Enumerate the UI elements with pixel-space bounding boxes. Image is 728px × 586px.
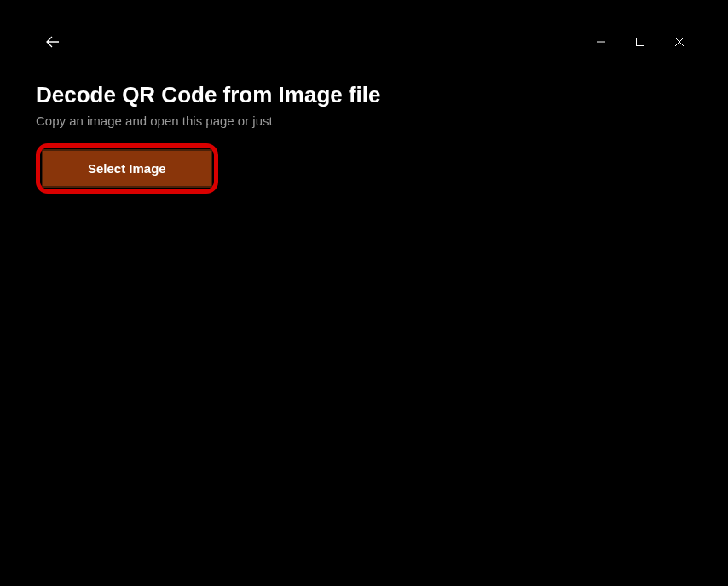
page-title: Decode QR Code from Image file xyxy=(36,82,692,108)
window-controls xyxy=(581,28,699,55)
minimize-button[interactable] xyxy=(581,28,621,55)
app-window: Decode QR Code from Image file Copy an i… xyxy=(26,26,702,563)
highlight-annotation: Select Image xyxy=(36,143,218,194)
close-button[interactable] xyxy=(660,28,699,55)
select-image-button[interactable]: Select Image xyxy=(42,149,212,188)
page-subtitle: Copy an image and open this page or just xyxy=(36,113,692,128)
maximize-icon xyxy=(635,37,645,47)
back-button[interactable] xyxy=(34,26,72,58)
content-area: Decode QR Code from Image file Copy an i… xyxy=(26,58,702,204)
titlebar xyxy=(26,26,702,58)
maximize-button[interactable] xyxy=(621,28,660,55)
back-arrow-icon xyxy=(46,35,60,49)
close-icon xyxy=(674,37,685,47)
svg-rect-1 xyxy=(637,38,644,46)
minimize-icon xyxy=(596,37,606,47)
